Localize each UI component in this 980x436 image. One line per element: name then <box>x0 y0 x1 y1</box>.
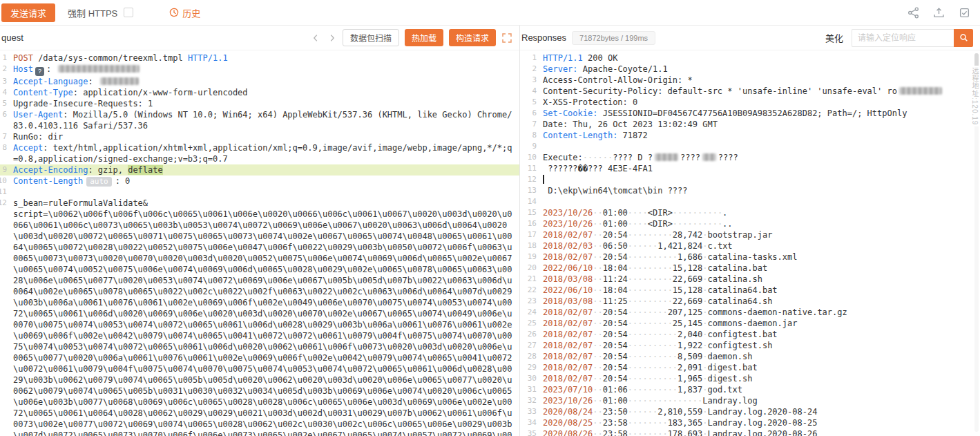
line-number: 4 <box>0 87 7 98</box>
token: ·· <box>593 330 602 339</box>
response-meta-badge: 71872bytes / 199ms <box>572 31 655 45</box>
token: : gzip, <box>88 165 128 175</box>
token: 1,421,824 <box>657 241 702 251</box>
token: ·········· <box>673 208 722 218</box>
line-number: 35 <box>520 428 537 436</box>
response-line-content: 2023/07/10··01:06··········1,837·god.txt <box>537 384 980 395</box>
token: 183,365 <box>668 418 703 428</box>
line-number: 17 <box>520 229 537 240</box>
response-line: 312023/07/10··01:06··········1,837·god.t… <box>520 384 980 395</box>
request-line: 10Content-Lengthauto: 0 <box>0 176 519 187</box>
token: commons-daemon-native.tar.gz <box>707 307 847 317</box>
share-icon[interactable] <box>907 7 919 19</box>
chevron-right-icon[interactable] <box>327 33 337 43</box>
token: 18:04 <box>603 263 628 273</box>
token: 2,810,559 <box>657 407 702 417</box>
report-icon[interactable] <box>959 7 970 19</box>
request-panel: quest 数据包扫描 热加载 构造请求 1POST /data/sys-com… <box>0 26 520 436</box>
token: : text/html,application/xhtml+xml,applic… <box>13 143 512 164</box>
token: 28,742 <box>673 230 702 240</box>
beautify-button[interactable]: 美化 <box>825 31 843 44</box>
response-line-content: 2018/02/07··20:54········207,125·commons… <box>537 307 980 318</box>
line-number: 1 <box>0 53 7 64</box>
response-search-button[interactable] <box>954 29 973 47</box>
request-line-content: RunGo: dir <box>7 131 519 142</box>
line-number: 8 <box>0 142 7 153</box>
token: 20:54 <box>603 352 628 361</box>
line-number: 4 <box>520 86 537 97</box>
response-line: 322023/10/26··01:00···············Landra… <box>520 395 980 406</box>
send-request-button[interactable]: 发送请求 <box>1 3 55 22</box>
token: 2,091 <box>678 363 702 372</box>
response-line-content: 2022/06/10··18:04·········15,128·catalin… <box>537 285 980 296</box>
response-editor[interactable]: 1HTTP/1.1 200 OK2Server: Apache-Coyote/1… <box>520 50 980 436</box>
token: ···· <box>628 208 648 218</box>
response-line-content: 2018/02/07··20:54··········2,040·configt… <box>537 329 980 340</box>
response-line-content: Content-Length: 71872 <box>537 130 980 141</box>
redacted-blur <box>655 153 678 161</box>
response-line-content: D:\ekp\win64\tomcat\bin ???? <box>537 185 980 196</box>
token: ··············· <box>628 396 702 406</box>
response-line: 13 D:\ekp\win64\tomcat\bin ???? <box>520 185 980 196</box>
token: D:\ekp\win64\tomcat\bin ???? <box>543 186 688 196</box>
response-line-content: 2018/02/07··20:54··········1,686·catalin… <box>537 252 980 263</box>
response-line-content <box>537 174 980 185</box>
line-number: 30 <box>520 373 537 384</box>
force-https-checkbox[interactable] <box>124 8 133 17</box>
line-number: 33 <box>520 406 537 417</box>
line-number: 3 <box>520 75 537 86</box>
request-line-content: Host?: <box>7 64 519 76</box>
request-line: 8Accept: text/html,application/xhtml+xml… <box>0 142 519 164</box>
line-number: 9 <box>0 164 7 176</box>
line-number: 15 <box>520 207 537 218</box>
request-line-content: Accept-Language: <box>7 76 519 87</box>
token: Upgrade-Insecure-Requests: 1 <box>13 99 153 108</box>
packet-scan-button[interactable]: 数据包扫描 <box>343 29 399 46</box>
hot-reload-button[interactable]: 热加载 <box>405 29 443 46</box>
token: Apache-Coyote/1.1 <box>578 64 668 74</box>
token: 2020/08/24 <box>543 407 593 417</box>
token: 1,837 <box>678 385 702 395</box>
response-line-content: 2020/08/25··23:58········183,365·Landray… <box>537 417 980 428</box>
request-line-content: POST /data/sys-common/treexml.tmpl HTTP/… <box>7 53 519 64</box>
export-icon[interactable] <box>933 7 945 19</box>
line-number: 16 <box>520 218 537 229</box>
response-line-content: 2020/08/24··23:50······2,810,559·Landray… <box>537 406 980 417</box>
response-line-content: 2020/08/26··23:58········178,693·Landray… <box>537 428 980 436</box>
token: 2018/02/07 <box>543 374 593 383</box>
remote-address-label: 远程地址:120.19 <box>970 66 980 126</box>
response-line-content: 2018/02/07··20:54··········8,509·daemon.… <box>537 351 980 362</box>
chevron-left-icon[interactable] <box>311 33 320 43</box>
token: ·········· <box>628 385 678 395</box>
token: 06:50 <box>603 241 628 251</box>
response-header-actions: 美化 <box>825 29 973 47</box>
request-line-content: Accept-Encoding: gzip, deflate <box>7 164 519 176</box>
fullscreen-icon[interactable] <box>501 32 512 44</box>
response-line-content: 2023/10/26··01:00···············Landray.… <box>537 395 980 406</box>
response-line: 252018/02/07··20:54·········25,145·commo… <box>520 318 980 329</box>
token: : application/x-www-form-urlencoded <box>73 88 248 97</box>
line-number: 24 <box>520 307 537 318</box>
token: ·· <box>593 307 602 317</box>
token: bootstrap.jar <box>707 230 772 240</box>
response-search-input[interactable] <box>852 29 954 47</box>
line-number: 14 <box>520 196 537 207</box>
token: 20:54 <box>603 307 628 317</box>
token: .. <box>722 219 732 229</box>
token: 207,125 <box>668 307 703 317</box>
token: Content-Type <box>13 88 73 97</box>
token: ········· <box>628 263 673 273</box>
line-number: 9 <box>520 141 537 152</box>
request-editor[interactable]: 1POST /data/sys-common/treexml.tmpl HTTP… <box>0 50 519 436</box>
token: 2023/07/10 <box>543 385 593 395</box>
request-panel-title: quest <box>1 32 23 43</box>
response-line: 192018/02/07··20:54··········1,686·catal… <box>520 252 980 263</box>
request-line-content: User-Agent: Mozilla/5.0 (Windows NT 10.0… <box>7 109 519 131</box>
request-line: 2Host?: <box>0 64 519 76</box>
line-number: 7 <box>0 131 7 142</box>
history-button[interactable]: 历史 <box>169 6 200 19</box>
token: 23:50 <box>603 407 628 417</box>
build-request-button[interactable]: 构造请求 <box>449 29 496 46</box>
token: deflate <box>128 165 163 175</box>
response-line-content: 2018/02/03··06:50······1,421,824·c.txt <box>537 240 980 252</box>
